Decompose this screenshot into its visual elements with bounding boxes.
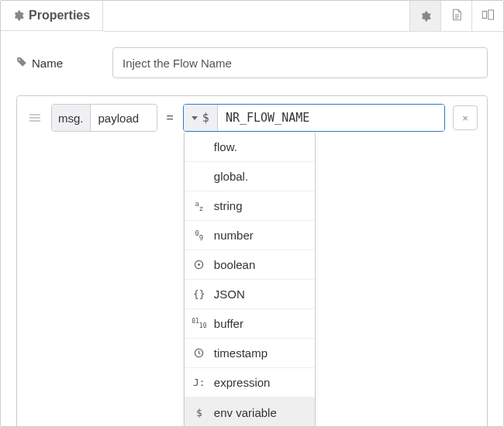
expression-icon: J: <box>192 377 206 388</box>
type-option-boolean[interactable]: boolean <box>185 250 315 280</box>
header-tools <box>409 1 503 32</box>
type-option-label: JSON <box>214 288 245 301</box>
JSON-icon: {} <box>192 288 206 300</box>
timestamp-type-icon <box>192 348 206 358</box>
drag-handle[interactable] <box>26 108 43 127</box>
type-option-label: boolean <box>214 258 255 271</box>
name-label-wrap: Name <box>16 57 102 70</box>
tag-icon <box>16 57 27 70</box>
appearance-icon <box>481 8 495 24</box>
gear-icon <box>420 11 431 22</box>
boolean-type-icon <box>192 260 206 270</box>
type-option-label: env variable <box>214 406 277 419</box>
type-option-label: buffer <box>214 317 243 330</box>
type-option-number[interactable]: 09number <box>185 221 315 250</box>
equals-sign: = <box>165 111 175 125</box>
properties-title: Properties <box>29 9 90 22</box>
type-dropdown: flow.global.azstring09numberboolean{}JSO… <box>184 133 316 427</box>
document-icon <box>450 8 464 24</box>
type-option-label: timestamp <box>214 346 268 360</box>
type-option-expression[interactable]: J:expression <box>185 368 315 398</box>
svg-point-2 <box>19 59 20 60</box>
msg-prefix: msg. <box>52 105 91 131</box>
env-variable-icon: $ <box>192 407 206 418</box>
caret-down-icon <box>192 116 198 120</box>
type-option-flow[interactable]: flow. <box>185 133 315 162</box>
type-option-timestamp[interactable]: timestamp <box>185 339 315 368</box>
svg-rect-0 <box>482 12 486 19</box>
type-option-env-variable[interactable]: $env variable <box>185 398 315 427</box>
rules-box: msg. payload = $ flow.global.azstring09n… <box>16 95 488 427</box>
rule-row: msg. payload = $ flow.global.azstring09n… <box>26 104 478 132</box>
name-row: Name <box>1 32 503 88</box>
type-option-label: number <box>214 229 254 242</box>
type-option-global[interactable]: global. <box>185 162 315 191</box>
string-type-icon: az <box>192 202 206 210</box>
type-option-string[interactable]: azstring <box>185 191 315 221</box>
msg-property[interactable]: payload <box>91 105 157 131</box>
type-option-label: string <box>214 199 243 212</box>
type-option-label: global. <box>214 170 248 183</box>
header-row: Properties <box>1 1 503 32</box>
header-appearance-button[interactable] <box>471 1 502 31</box>
type-option-buffer[interactable]: 0110buffer <box>185 309 315 339</box>
buffer-type-icon: 0110 <box>192 319 206 328</box>
header-spacer <box>103 1 409 32</box>
type-option-JSON[interactable]: {}JSON <box>185 280 315 309</box>
type-option-label: flow. <box>214 140 237 153</box>
properties-panel: Properties <box>0 0 504 427</box>
property-chip[interactable]: msg. payload <box>51 104 157 132</box>
name-input[interactable] <box>112 47 488 78</box>
name-label: Name <box>32 57 63 70</box>
remove-rule-button[interactable]: × <box>453 105 478 130</box>
type-option-label: expression <box>214 376 271 389</box>
gear-icon <box>13 10 24 21</box>
type-selector-button[interactable]: $ <box>184 105 218 131</box>
header-description-button[interactable] <box>440 1 471 31</box>
number-type-icon: 09 <box>192 232 206 239</box>
header-settings-button[interactable] <box>409 1 440 31</box>
svg-point-7 <box>198 263 200 266</box>
value-box: $ flow.global.azstring09numberboolean{}J… <box>183 104 445 132</box>
close-icon: × <box>462 112 468 124</box>
properties-tab[interactable]: Properties <box>1 1 103 31</box>
value-input[interactable] <box>218 105 444 131</box>
type-glyph: $ <box>202 111 209 125</box>
svg-rect-1 <box>488 10 493 19</box>
